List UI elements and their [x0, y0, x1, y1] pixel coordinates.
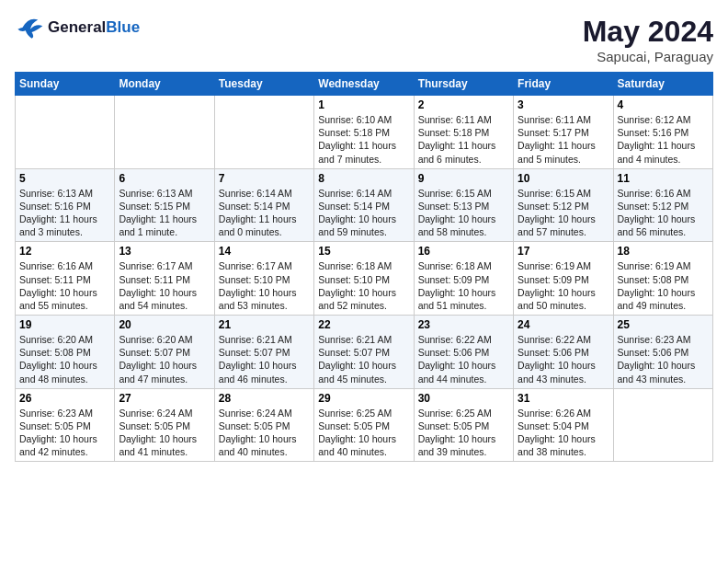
calendar-cell: 24Sunrise: 6:22 AM Sunset: 5:06 PM Dayli… [514, 316, 613, 389]
day-number: 11 [618, 172, 709, 185]
day-info: Sunrise: 6:13 AM Sunset: 5:15 PM Dayligh… [119, 187, 210, 239]
day-number: 6 [119, 172, 210, 185]
month-year-title: May 2024 [583, 15, 713, 49]
day-number: 20 [119, 318, 210, 331]
day-info: Sunrise: 6:22 AM Sunset: 5:06 PM Dayligh… [418, 333, 509, 385]
calendar-cell: 20Sunrise: 6:20 AM Sunset: 5:07 PM Dayli… [115, 316, 214, 389]
calendar-week-row: 26Sunrise: 6:23 AM Sunset: 5:05 PM Dayli… [16, 388, 713, 462]
calendar-cell: 23Sunrise: 6:22 AM Sunset: 5:06 PM Dayli… [414, 316, 513, 389]
day-number: 9 [418, 172, 509, 185]
day-info: Sunrise: 6:18 AM Sunset: 5:09 PM Dayligh… [418, 259, 509, 312]
calendar-cell [613, 388, 712, 462]
calendar-cell: 18Sunrise: 6:19 AM Sunset: 5:08 PM Dayli… [613, 242, 712, 316]
logo: GeneralBlue [15, 15, 140, 40]
day-number: 3 [518, 98, 609, 111]
day-number: 27 [119, 392, 210, 405]
day-info: Sunrise: 6:11 AM Sunset: 5:17 PM Dayligh… [518, 113, 609, 166]
day-info: Sunrise: 6:16 AM Sunset: 5:11 PM Dayligh… [19, 259, 110, 312]
day-number: 19 [19, 318, 110, 331]
day-number: 26 [19, 392, 110, 405]
day-info: Sunrise: 6:24 AM Sunset: 5:05 PM Dayligh… [119, 407, 210, 459]
location-subtitle: Sapucai, Paraguay [583, 49, 713, 64]
calendar-table: SundayMondayTuesdayWednesdayThursdayFrid… [15, 72, 713, 462]
day-info: Sunrise: 6:13 AM Sunset: 5:16 PM Dayligh… [19, 187, 110, 239]
weekday-header-row: SundayMondayTuesdayWednesdayThursdayFrid… [16, 73, 713, 96]
calendar-cell: 4Sunrise: 6:12 AM Sunset: 5:16 PM Daylig… [613, 96, 712, 169]
calendar-cell: 10Sunrise: 6:15 AM Sunset: 5:12 PM Dayli… [514, 168, 613, 242]
calendar-cell: 31Sunrise: 6:26 AM Sunset: 5:04 PM Dayli… [514, 388, 613, 462]
calendar-week-row: 12Sunrise: 6:16 AM Sunset: 5:11 PM Dayli… [16, 242, 713, 316]
day-info: Sunrise: 6:17 AM Sunset: 5:10 PM Dayligh… [219, 259, 310, 312]
day-info: Sunrise: 6:10 AM Sunset: 5:18 PM Dayligh… [318, 113, 409, 166]
day-info: Sunrise: 6:15 AM Sunset: 5:13 PM Dayligh… [418, 187, 509, 239]
day-info: Sunrise: 6:12 AM Sunset: 5:16 PM Dayligh… [618, 113, 709, 166]
calendar-cell: 2Sunrise: 6:11 AM Sunset: 5:18 PM Daylig… [414, 96, 513, 169]
day-info: Sunrise: 6:21 AM Sunset: 5:07 PM Dayligh… [318, 333, 409, 385]
weekday-header-wednesday: Wednesday [314, 73, 414, 96]
day-info: Sunrise: 6:14 AM Sunset: 5:14 PM Dayligh… [219, 187, 310, 239]
day-info: Sunrise: 6:23 AM Sunset: 5:05 PM Dayligh… [19, 407, 110, 459]
day-info: Sunrise: 6:15 AM Sunset: 5:12 PM Dayligh… [518, 187, 609, 239]
day-number: 13 [119, 245, 210, 258]
calendar-cell: 11Sunrise: 6:16 AM Sunset: 5:12 PM Dayli… [613, 168, 712, 242]
day-number: 7 [219, 172, 310, 185]
weekday-header-thursday: Thursday [414, 73, 513, 96]
weekday-header-tuesday: Tuesday [214, 73, 313, 96]
calendar-cell: 14Sunrise: 6:17 AM Sunset: 5:10 PM Dayli… [214, 242, 313, 316]
day-info: Sunrise: 6:17 AM Sunset: 5:11 PM Dayligh… [119, 259, 210, 312]
day-info: Sunrise: 6:20 AM Sunset: 5:07 PM Dayligh… [119, 333, 210, 385]
calendar-cell [214, 96, 313, 169]
day-info: Sunrise: 6:22 AM Sunset: 5:06 PM Dayligh… [518, 333, 609, 385]
calendar-cell: 21Sunrise: 6:21 AM Sunset: 5:07 PM Dayli… [214, 316, 313, 389]
day-number: 28 [219, 392, 310, 405]
calendar-cell: 30Sunrise: 6:25 AM Sunset: 5:05 PM Dayli… [414, 388, 513, 462]
calendar-cell: 19Sunrise: 6:20 AM Sunset: 5:08 PM Dayli… [16, 316, 115, 389]
calendar-cell: 25Sunrise: 6:23 AM Sunset: 5:06 PM Dayli… [613, 316, 712, 389]
day-number: 8 [318, 172, 409, 185]
calendar-cell: 29Sunrise: 6:25 AM Sunset: 5:05 PM Dayli… [314, 388, 414, 462]
calendar-cell: 26Sunrise: 6:23 AM Sunset: 5:05 PM Dayli… [16, 388, 115, 462]
calendar-cell [16, 96, 115, 169]
day-number: 21 [219, 318, 310, 331]
day-info: Sunrise: 6:14 AM Sunset: 5:14 PM Dayligh… [318, 187, 409, 239]
day-number: 4 [618, 98, 709, 111]
day-number: 16 [418, 245, 509, 258]
day-number: 29 [318, 392, 409, 405]
day-number: 25 [618, 318, 709, 331]
day-number: 31 [518, 392, 609, 405]
weekday-header-sunday: Sunday [16, 73, 115, 96]
weekday-header-saturday: Saturday [613, 73, 712, 96]
day-info: Sunrise: 6:19 AM Sunset: 5:08 PM Dayligh… [618, 259, 709, 312]
day-info: Sunrise: 6:25 AM Sunset: 5:05 PM Dayligh… [318, 407, 409, 459]
calendar-cell [115, 96, 214, 169]
weekday-header-friday: Friday [514, 73, 613, 96]
calendar-week-row: 19Sunrise: 6:20 AM Sunset: 5:08 PM Dayli… [16, 316, 713, 389]
day-number: 23 [418, 318, 509, 331]
day-info: Sunrise: 6:24 AM Sunset: 5:05 PM Dayligh… [219, 407, 310, 459]
weekday-header-monday: Monday [115, 73, 214, 96]
day-number: 30 [418, 392, 509, 405]
logo-bird-icon [15, 15, 44, 40]
title-block: May 2024 Sapucai, Paraguay [583, 15, 713, 64]
calendar-cell: 3Sunrise: 6:11 AM Sunset: 5:17 PM Daylig… [514, 96, 613, 169]
calendar-cell: 1Sunrise: 6:10 AM Sunset: 5:18 PM Daylig… [314, 96, 414, 169]
day-number: 14 [219, 245, 310, 258]
day-number: 18 [618, 245, 709, 258]
day-number: 22 [318, 318, 409, 331]
calendar-cell: 13Sunrise: 6:17 AM Sunset: 5:11 PM Dayli… [115, 242, 214, 316]
day-info: Sunrise: 6:25 AM Sunset: 5:05 PM Dayligh… [418, 407, 509, 459]
calendar-cell: 5Sunrise: 6:13 AM Sunset: 5:16 PM Daylig… [16, 168, 115, 242]
day-number: 24 [518, 318, 609, 331]
calendar-cell: 17Sunrise: 6:19 AM Sunset: 5:09 PM Dayli… [514, 242, 613, 316]
day-number: 5 [19, 172, 110, 185]
day-number: 15 [318, 245, 409, 258]
calendar-cell: 6Sunrise: 6:13 AM Sunset: 5:15 PM Daylig… [115, 168, 214, 242]
day-info: Sunrise: 6:11 AM Sunset: 5:18 PM Dayligh… [418, 113, 509, 166]
day-number: 1 [318, 98, 409, 111]
calendar-cell: 27Sunrise: 6:24 AM Sunset: 5:05 PM Dayli… [115, 388, 214, 462]
day-info: Sunrise: 6:16 AM Sunset: 5:12 PM Dayligh… [618, 187, 709, 239]
day-number: 12 [19, 245, 110, 258]
day-number: 17 [518, 245, 609, 258]
day-info: Sunrise: 6:19 AM Sunset: 5:09 PM Dayligh… [518, 259, 609, 312]
day-info: Sunrise: 6:23 AM Sunset: 5:06 PM Dayligh… [618, 333, 709, 385]
